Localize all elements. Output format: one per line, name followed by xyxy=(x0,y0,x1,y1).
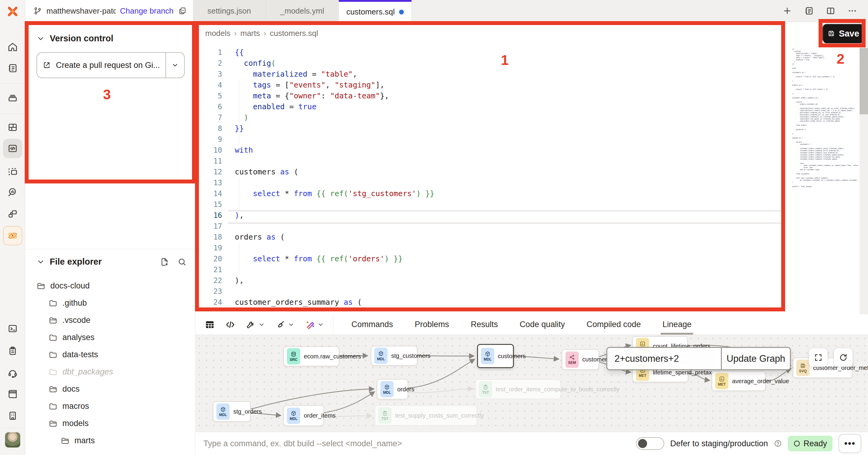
terminal-icon[interactable] xyxy=(0,319,25,338)
file-explorer-item-marts[interactable]: marts xyxy=(26,432,195,449)
code-line[interactable]: 16), xyxy=(195,210,787,221)
code-line[interactable]: 19 xyxy=(195,243,787,253)
refresh-button[interactable] xyxy=(834,348,853,367)
code-line[interactable]: 22), xyxy=(195,275,787,286)
panel-tab-code-quality[interactable]: Code quality xyxy=(520,314,565,335)
file-explorer-item-.github[interactable]: .github xyxy=(26,294,195,312)
code-line[interactable]: 4 tags = ["events", "staging"], xyxy=(195,80,787,90)
file-explorer-header[interactable]: File explorer xyxy=(36,257,187,267)
broom-icon[interactable] xyxy=(275,319,285,330)
breadcrumb-item[interactable]: marts xyxy=(241,29,260,38)
panel-tab-lineage[interactable]: Lineage xyxy=(662,314,691,335)
code-line[interactable]: 11 xyxy=(195,156,787,167)
version-control-header[interactable]: Version control xyxy=(36,33,113,44)
chevron-down-icon[interactable] xyxy=(258,321,265,328)
change-branch-link[interactable]: Change branch xyxy=(120,6,174,16)
editor-scrollbar[interactable] xyxy=(860,22,868,314)
lineage-canvas[interactable]: SRCecom.raw_customersMDLstg_customersMDL… xyxy=(195,335,868,432)
organization-icon[interactable] xyxy=(0,406,25,425)
code-line[interactable]: 13 xyxy=(195,177,787,188)
lineage-node-average_order_value[interactable]: METaverage_order_value xyxy=(712,371,766,391)
code-editor-icon[interactable] xyxy=(0,139,25,158)
create-pr-main[interactable]: Create a pull request on Gi... xyxy=(37,53,165,78)
code-line[interactable]: 18orders as ( xyxy=(195,232,787,243)
tab-settings.json[interactable]: settings.json xyxy=(193,0,266,22)
code-line[interactable]: 21 xyxy=(195,264,787,275)
file-explorer-item-dbt_packages[interactable]: dbt_packages xyxy=(26,363,195,380)
docs-book-icon[interactable] xyxy=(0,385,25,404)
dbt-copilot-icon[interactable] xyxy=(0,226,25,245)
lineage-node-test_order_items_compute_to_bools_correctly[interactable]: TSTtest_order_items_compute_to_bools_cor… xyxy=(475,379,561,399)
drawer-icon[interactable] xyxy=(0,88,25,107)
split-pane-icon[interactable] xyxy=(826,6,835,16)
more-options-icon[interactable] xyxy=(847,6,857,16)
file-explorer-item-analyses[interactable]: analyses xyxy=(26,329,195,346)
new-tab-plus-icon[interactable] xyxy=(782,6,792,16)
lineage-selector-input[interactable]: 2+customers+2 xyxy=(607,348,722,369)
panel-tab-problems[interactable]: Problems xyxy=(415,314,449,335)
tab-customers.sql[interactable]: customers.sql xyxy=(339,0,412,22)
support-headset-icon[interactable] xyxy=(0,364,25,383)
code-line[interactable]: 20 select * from {{ ref('orders') }} xyxy=(195,253,787,264)
lineage-node-test_supply_costs_sum_correctly[interactable]: TSTtest_supply_costs_sum_correctly xyxy=(375,405,477,426)
code-line[interactable]: 5 meta = {"owner": "data-team"}, xyxy=(195,90,787,102)
code-line[interactable]: 23 xyxy=(195,286,787,297)
code-line[interactable]: 15 xyxy=(195,199,787,210)
home-icon[interactable] xyxy=(0,37,25,57)
windows-icon[interactable] xyxy=(0,204,25,224)
file-explorer-item-docs-cloud[interactable]: docs-cloud xyxy=(26,277,195,294)
code-line[interactable]: 24customer_orders_summary as ( xyxy=(195,297,787,308)
code-line[interactable]: 3 materialized = "table", xyxy=(195,69,787,80)
chevron-down-icon[interactable] xyxy=(288,321,294,328)
status-badge[interactable]: Ready xyxy=(788,436,832,451)
code-line[interactable]: 14 select * from {{ ref('stg_customers')… xyxy=(195,188,787,199)
file-explorer-item-.vscode[interactable]: .vscode xyxy=(26,312,195,329)
code-line[interactable]: 7 ) xyxy=(195,112,787,123)
command-input[interactable]: Type a command, ex. dbt build --select <… xyxy=(195,439,402,448)
lineage-node-customers[interactable]: MDLcustomers xyxy=(477,344,514,368)
file-explorer-item-data-tests[interactable]: data-tests xyxy=(26,346,195,363)
lineage-node-customers[interactable]: SEMcustomers xyxy=(562,349,599,370)
defer-toggle[interactable] xyxy=(636,437,664,450)
user-avatar[interactable] xyxy=(5,432,21,448)
tab-_models.yml[interactable]: _models.yml xyxy=(266,0,339,22)
notebook-icon[interactable] xyxy=(0,59,25,78)
file-explorer-item-macros[interactable]: macros xyxy=(26,398,195,415)
lineage-node-stg_orders[interactable]: MDLstg_orders xyxy=(213,401,251,422)
code-line[interactable]: 12customers as ( xyxy=(195,167,787,177)
lineage-node-order_items[interactable]: MDLorder_items xyxy=(283,405,324,426)
lineage-node-stg_customers[interactable]: MDLstg_customers xyxy=(371,346,417,366)
code-line[interactable]: 10with xyxy=(195,145,787,156)
notebook-list-icon[interactable] xyxy=(804,6,814,16)
more-actions-button[interactable]: ••• xyxy=(838,434,861,453)
dashed-window-icon[interactable] xyxy=(0,162,25,181)
minimap[interactable]: {{ config( materialized = "table", tags … xyxy=(792,48,858,193)
code-line[interactable]: 2 config( xyxy=(195,58,787,69)
preview-table-icon[interactable] xyxy=(205,319,215,330)
create-pr-caret[interactable] xyxy=(165,53,184,78)
search-icon[interactable] xyxy=(178,257,187,266)
dashboard-icon[interactable] xyxy=(0,118,25,137)
update-graph-button[interactable]: Update Graph xyxy=(722,348,790,369)
breadcrumb-item[interactable]: models xyxy=(205,29,230,38)
code-line[interactable]: 6 enabled = true xyxy=(195,102,787,112)
panel-tab-compiled-code[interactable]: Compiled code xyxy=(587,314,641,335)
file-explorer-item-docs[interactable]: docs xyxy=(26,380,195,398)
code-line[interactable]: 1{{ xyxy=(195,47,787,58)
code-editor[interactable]: models›marts›customers.sql 1{{2 config(3… xyxy=(195,22,868,314)
lineage-node-ecom.raw_customers[interactable]: SRCecom.raw_customers xyxy=(283,346,339,366)
format-tool-group[interactable] xyxy=(275,319,294,330)
code-line[interactable]: 9 xyxy=(195,134,787,145)
new-file-icon[interactable] xyxy=(160,257,169,266)
chevron-down-icon[interactable] xyxy=(317,321,324,328)
code-line[interactable]: 8}} xyxy=(195,123,787,134)
wrench-icon[interactable] xyxy=(246,319,256,330)
help-icon[interactable] xyxy=(774,439,782,448)
ai-assist-group[interactable] xyxy=(305,319,324,330)
explore-search-icon[interactable] xyxy=(0,182,25,202)
create-pr-button[interactable]: Create a pull request on Gi... xyxy=(36,52,185,78)
copy-icon[interactable] xyxy=(178,6,187,16)
save-button[interactable]: Save xyxy=(823,24,864,43)
fullscreen-button[interactable] xyxy=(809,348,828,367)
ai-magic-pen-icon[interactable] xyxy=(305,319,315,330)
